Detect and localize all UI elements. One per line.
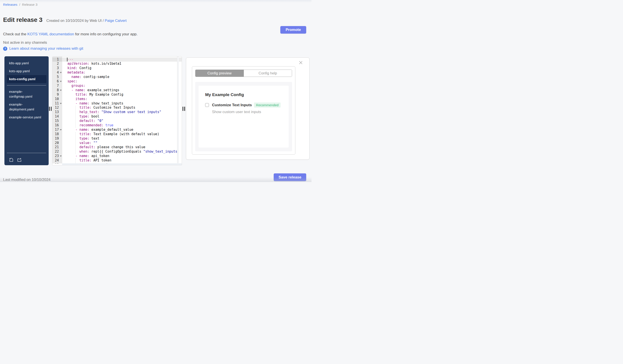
gutter-line-number: 24: [52, 158, 62, 163]
file-sidebar: k8s-app.yamlkots-app.yamlkots-config.yam…: [4, 56, 49, 165]
config-group-title: My Example Config: [205, 92, 285, 97]
new-file-button[interactable]: [9, 157, 14, 162]
code-line[interactable]: value: "": [62, 141, 182, 145]
sidebar-item-kots-app-yaml[interactable]: kots-app.yaml: [7, 67, 46, 75]
gutter-line-number: 22: [52, 150, 62, 154]
gutter-line-number: 11: [52, 101, 62, 106]
code-line[interactable]: when: repl{{ ConfigOptionEquals "show_te…: [62, 150, 182, 154]
file-actions: [4, 155, 49, 165]
sidebar-bottom: [4, 151, 49, 165]
code-line[interactable]: - name: example_default_value: [62, 128, 182, 132]
close-button[interactable]: [299, 61, 303, 65]
breadcrumb-releases-link[interactable]: Releases: [3, 3, 18, 6]
editor-vertical-scrollbar[interactable]: [177, 57, 179, 163]
editor-preview-gap: [182, 56, 186, 165]
code-line[interactable]: spec:: [62, 79, 182, 84]
code-line[interactable]: type: bool: [62, 114, 182, 119]
last-modified-text: Last modified on 10/10/2024: [3, 178, 51, 182]
sidebar-divider: [7, 85, 46, 85]
gutter-line-number: 1: [52, 58, 62, 62]
gutter-line-number: 23: [52, 154, 62, 158]
sidebar-item-kots-config-yaml[interactable]: kots-config.yaml: [7, 75, 46, 83]
indent-guide: [75, 132, 76, 154]
fold-toggle-icon[interactable]: [60, 72, 62, 73]
promote-button[interactable]: Promote: [280, 26, 306, 34]
code-line[interactable]: title: Customize Text Inputs: [62, 106, 182, 110]
gutter-line-number: 12: [52, 106, 62, 110]
config-tabbar: Config previewConfig help: [195, 70, 292, 77]
author-link[interactable]: Paige Calvert: [105, 19, 127, 22]
page-title: Edit release 3: [3, 16, 43, 23]
new-folder-button[interactable]: [17, 157, 22, 162]
code-line[interactable]: - name: show_text_inputs: [62, 101, 182, 106]
code-line[interactable]: - name: api_token: [62, 154, 182, 158]
code-line[interactable]: title: My Example Config: [62, 93, 182, 97]
fold-toggle-icon[interactable]: [60, 90, 62, 91]
gutter-line-number: 14: [52, 114, 62, 119]
sidebar-item-example-deployment-yaml[interactable]: example-deployment.yaml: [7, 101, 46, 113]
new-file-icon: [9, 157, 14, 162]
code-line[interactable]: apiVersion: kots.io/v1beta1: [62, 62, 182, 66]
panel-resize-handle[interactable]: [183, 107, 185, 111]
code-line[interactable]: help_text: "Show custom user text inputs…: [62, 110, 182, 114]
gutter-line-number: 10: [52, 97, 62, 101]
yaml-editor[interactable]: 1234567891011121314151617181920212223242…: [52, 56, 182, 165]
code-line[interactable]: default: please change this value: [62, 145, 182, 150]
config-preview-area: My Example Config Customize Text Inputs …: [195, 82, 292, 151]
indent-guide: [75, 106, 76, 128]
fold-toggle-icon[interactable]: [60, 156, 62, 157]
code-line[interactable]: title: API token: [62, 158, 182, 163]
git-help-link[interactable]: Learn about managing your releases with …: [9, 46, 83, 51]
gutter-line-number: 7: [52, 84, 62, 88]
gutter-line-number: 20: [52, 141, 62, 145]
code-line[interactable]: title: Text Example (with default value): [62, 132, 182, 137]
sidebar-item-example-service-yaml[interactable]: example-service.yaml: [7, 113, 46, 121]
release-editor-page: Releases / Release 3 Edit release 3 Crea…: [0, 0, 312, 182]
editor-horizontal-scrollbar[interactable]: [62, 163, 182, 165]
code-line[interactable]: - name: example_settings: [62, 88, 182, 93]
code-line[interactable]: groups:: [62, 84, 182, 88]
code-line[interactable]: name: config-sample: [62, 75, 182, 79]
gutter-line-number: 13: [52, 110, 62, 114]
workspace: k8s-app.yamlkots-app.yamlkots-config.yam…: [4, 56, 310, 165]
indent-guide: [75, 158, 76, 163]
kots-docs-link[interactable]: KOTS YAML documentation: [27, 32, 74, 36]
fold-toggle-icon[interactable]: [60, 129, 62, 131]
sidebar-item-example-configmap-yaml[interactable]: example-configmap.yaml: [7, 88, 46, 101]
question-mark-icon: ?: [3, 47, 7, 51]
new-folder-icon: [17, 157, 22, 162]
gutter-line-number: 4: [52, 70, 62, 75]
code-line[interactable]: items:: [62, 97, 182, 101]
panel-resize-handle[interactable]: [49, 107, 51, 111]
channel-status: Not active in any channels: [3, 40, 47, 45]
gutter-line-number: 25: [52, 163, 62, 163]
gutter-line-number: 5: [52, 75, 62, 79]
docs-text-after: for more info on configuring your app.: [74, 32, 137, 36]
code-line[interactable]: default: "0": [62, 119, 182, 123]
tab-config-help[interactable]: Config help: [244, 70, 292, 77]
fold-toggle-icon[interactable]: [60, 103, 62, 104]
editor-code[interactable]: ---apiVersion: kots.io/v1beta1kind: Conf…: [62, 57, 182, 163]
close-icon: [299, 61, 303, 65]
breadcrumb-current: Release 3: [22, 3, 38, 6]
code-line[interactable]: recommended: true: [62, 123, 182, 128]
config-checkbox[interactable]: [205, 103, 209, 107]
created-text: Created on 10/10/2024 by Web UI /: [46, 19, 105, 22]
gutter-line-number: 8: [52, 88, 62, 93]
sidebar-item-k8s-app-yaml[interactable]: k8s-app.yaml: [7, 59, 46, 67]
save-release-button[interactable]: Save release: [274, 173, 306, 181]
gutter-line-number: 16: [52, 123, 62, 128]
fold-toggle-icon[interactable]: [60, 81, 62, 82]
breadcrumb: Releases / Release 3: [3, 3, 37, 7]
docs-line: Check out the KOTS YAML documentation fo…: [3, 32, 137, 37]
breadcrumb-separator: /: [19, 3, 20, 6]
code-line[interactable]: kind: Config: [62, 66, 182, 70]
gutter-line-number: 3: [52, 66, 62, 70]
created-info: Created on 10/10/2024 by Web UI / Paige …: [46, 19, 127, 23]
code-line[interactable]: type: text: [62, 137, 182, 141]
tab-config-preview[interactable]: Config preview: [196, 70, 244, 77]
gutter-line-number: 17: [52, 128, 62, 132]
config-item-label: Customize Text Inputs: [212, 103, 252, 107]
code-line[interactable]: ---: [62, 58, 182, 62]
code-line[interactable]: metadata:: [62, 70, 182, 75]
